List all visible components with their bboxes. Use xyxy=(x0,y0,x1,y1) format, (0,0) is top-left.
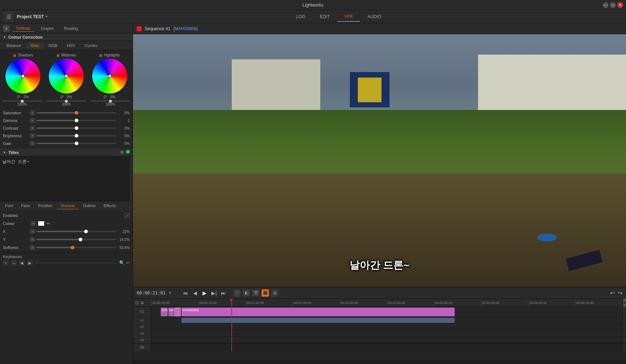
close-button[interactable]: ✕ xyxy=(617,2,623,8)
gain-slider[interactable] xyxy=(36,143,117,144)
titles-textarea[interactable]: 날아간 드론~ xyxy=(0,157,133,200)
tab-log[interactable]: LOG xyxy=(289,12,312,22)
colour-reset-btn[interactable]: ⟲ xyxy=(31,221,36,226)
project-dropdown-arrow[interactable]: ▾ xyxy=(46,14,48,19)
go-start-btn[interactable]: ⏮ xyxy=(181,289,189,297)
title-tab-face[interactable]: Face xyxy=(17,202,34,209)
clip-icon[interactable]: 🎬 xyxy=(252,289,259,297)
brightness-thumb[interactable] xyxy=(75,134,78,138)
loop-out-icon[interactable]: ↪ xyxy=(618,289,622,296)
shadow-softness-thumb[interactable] xyxy=(71,246,74,249)
contrast-slider[interactable] xyxy=(36,127,117,129)
keyframe-icon2[interactable]: ↩ xyxy=(126,260,130,265)
keyframe-add-btn[interactable]: + xyxy=(3,260,9,265)
shadow-x-reset[interactable]: ⟲ xyxy=(30,229,35,234)
shadow-x-thumb[interactable] xyxy=(84,230,88,233)
brightness-slider[interactable] xyxy=(36,135,117,136)
keyframe-next-btn[interactable]: ▶ xyxy=(27,260,33,265)
keyframe-prev-btn[interactable]: ◀ xyxy=(19,260,25,265)
tab-edit[interactable]: EDIT xyxy=(313,12,337,22)
gamma-slider[interactable] xyxy=(36,120,117,121)
shadow-x-slider[interactable] xyxy=(36,231,117,232)
highlights-master-thumb[interactable] xyxy=(109,100,112,103)
scroll-up[interactable]: ▲ xyxy=(623,298,626,303)
grid-icon[interactable]: ⊞ xyxy=(271,289,278,297)
shadows-master-thumb[interactable] xyxy=(21,100,24,103)
gamma-reset[interactable]: ⟲ xyxy=(30,118,35,123)
cc-collapse-icon[interactable]: ▼ xyxy=(3,35,6,39)
clip-mah0-3[interactable] xyxy=(174,308,181,316)
play-btn[interactable]: ▶ xyxy=(200,289,208,297)
title-tab-font[interactable]: Font xyxy=(1,202,17,209)
track-v1-content[interactable]: MAH0 MAH MAH00806 xyxy=(151,307,622,317)
info-icon[interactable]: ⬛ xyxy=(262,289,269,297)
saturation-thumb[interactable] xyxy=(75,111,78,115)
shadow-softness-slider[interactable] xyxy=(36,247,117,248)
cc-tab-balance[interactable]: Balance xyxy=(2,42,26,49)
colour-picker-icon[interactable]: ✏ xyxy=(47,221,50,226)
step-back-btn[interactable]: ◀ xyxy=(191,289,199,297)
loop-in-icon[interactable]: ↩ xyxy=(610,289,615,296)
panel-tab-graphs[interactable]: Graphs xyxy=(37,25,58,32)
cc-tab-hsv[interactable]: HSV xyxy=(62,42,79,49)
timeline-zoom-icon[interactable]: ⊕ xyxy=(140,300,144,305)
cc-tab-curves[interactable]: Curves xyxy=(80,42,102,49)
timeline-scroll[interactable] xyxy=(133,360,626,364)
colour-swatch[interactable] xyxy=(38,221,44,226)
shadow-y-reset[interactable]: ⟲ xyxy=(30,237,35,242)
midtones-wheel[interactable] xyxy=(48,58,85,94)
titles-scrollbar[interactable] xyxy=(130,157,133,201)
keyframe-track[interactable] xyxy=(35,262,117,264)
track-a1-content[interactable] xyxy=(151,317,622,323)
clip-mah0-2[interactable]: MAH xyxy=(168,308,174,316)
gamma-thumb[interactable] xyxy=(75,119,78,122)
title-tab-outline[interactable]: Outline xyxy=(79,202,99,209)
timeline-fit-icon[interactable]: ⊡ xyxy=(135,300,139,305)
titles-collapse-icon[interactable]: ▼ xyxy=(3,151,6,154)
audio-clip-a1[interactable] xyxy=(181,318,455,323)
shadow-y-slider[interactable] xyxy=(36,239,117,240)
audio-monitor-icon[interactable]: 🎵 xyxy=(233,289,240,297)
project-name[interactable]: Project TEST xyxy=(17,14,44,19)
keyframe-icon1[interactable]: 🔍 xyxy=(119,260,125,265)
title-tab-shadow[interactable]: Shadow xyxy=(57,202,79,209)
maximize-button[interactable]: □ xyxy=(610,2,616,8)
saturation-slider[interactable] xyxy=(36,112,117,114)
cc-tab-rgb[interactable]: RGB xyxy=(44,42,62,49)
go-end-btn[interactable]: ⏭ xyxy=(219,289,227,297)
contrast-reset[interactable]: ⟲ xyxy=(30,126,35,131)
gain-thumb[interactable] xyxy=(75,142,78,145)
highlights-wheel[interactable] xyxy=(91,58,128,94)
step-fwd-btn[interactable]: ▶| xyxy=(210,289,218,297)
title-tab-position[interactable]: Position xyxy=(34,202,56,209)
ruler-mark-2: 00:01:00:00 xyxy=(246,299,264,306)
timecode-dropdown[interactable]: ▾ xyxy=(169,290,171,295)
shadow-y-thumb[interactable] xyxy=(79,238,82,241)
right-panel: Sequence #1 [MAH00806] 날아간 드론~ 00:00:21:… xyxy=(133,23,626,364)
contrast-thumb[interactable] xyxy=(75,126,78,130)
minimize-button[interactable]: — xyxy=(603,2,609,8)
track-a3-content[interactable] xyxy=(151,330,622,336)
brightness-reset[interactable]: ⟲ xyxy=(30,133,35,138)
keyframe-remove-btn[interactable]: — xyxy=(11,260,17,265)
shadow-softness-reset[interactable]: ⟲ xyxy=(30,245,35,250)
title-tab-effects[interactable]: Effects xyxy=(100,202,119,209)
clip-mah0-1[interactable]: MAH0 xyxy=(161,308,168,316)
gain-reset[interactable]: ⟲ xyxy=(30,141,35,146)
contrast-label: Contrast xyxy=(3,126,28,130)
track-a2-content[interactable] xyxy=(151,324,622,330)
panel-tab-routing[interactable]: Routing xyxy=(60,25,82,32)
shadows-wheel[interactable] xyxy=(5,58,41,94)
add-panel-button[interactable]: + xyxy=(3,25,9,32)
tab-audio[interactable]: AUDIO xyxy=(360,12,388,22)
midtones-master-thumb[interactable] xyxy=(65,100,68,103)
enabled-checkbox[interactable]: ✓ xyxy=(125,213,130,218)
panel-tab-settings[interactable]: Settings xyxy=(12,25,34,32)
cc-tab-main[interactable]: Main xyxy=(26,42,44,49)
track-a4-content[interactable] xyxy=(151,337,622,343)
titles-settings-icon[interactable]: ⚙ xyxy=(120,150,124,155)
tab-vfx[interactable]: VFX xyxy=(337,12,360,22)
saturation-reset[interactable]: ⟲ xyxy=(30,110,35,115)
clip-mah00806[interactable]: MAH00806 xyxy=(181,308,455,316)
in-out-icon[interactable]: ◧ xyxy=(243,289,250,297)
